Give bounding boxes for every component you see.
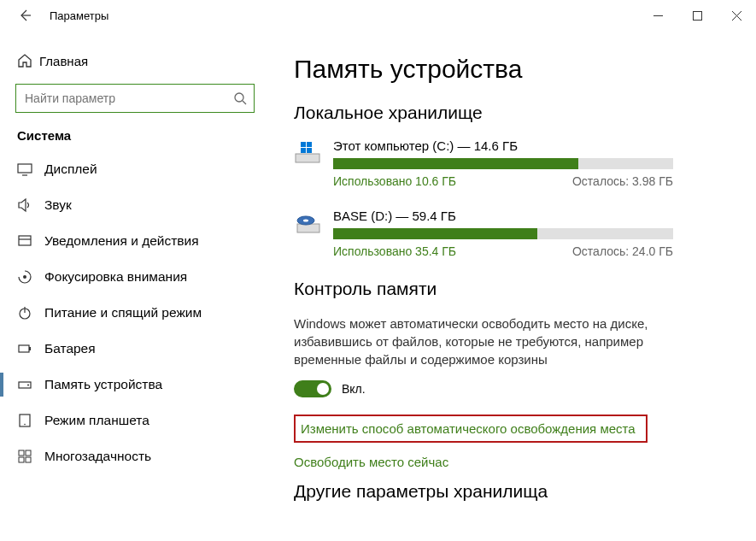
sidebar-item-label: Дисплей xyxy=(44,162,97,177)
sidebar-item-battery[interactable]: Батарея xyxy=(0,331,270,367)
svg-rect-16 xyxy=(296,154,319,162)
svg-rect-18 xyxy=(307,142,312,147)
sidebar-item-label: Фокусировка внимания xyxy=(44,269,187,285)
sidebar-item-label: Память устройства xyxy=(44,377,162,392)
maximize-button[interactable] xyxy=(677,3,717,28)
battery-icon xyxy=(17,341,44,356)
sidebar: Главная Система Дисплей Звук Уведомления… xyxy=(0,31,270,541)
sidebar-home-label: Главная xyxy=(39,54,88,68)
home-icon xyxy=(17,53,39,68)
drive-used-label: Использовано 10.6 ГБ xyxy=(333,174,456,188)
titlebar: Параметры xyxy=(0,0,756,31)
sidebar-item-multitask[interactable]: Многозадачность xyxy=(0,438,270,474)
link-change-auto-free[interactable]: Изменить способ автоматического освобожд… xyxy=(294,415,648,443)
svg-rect-14 xyxy=(19,457,24,462)
search-icon xyxy=(233,91,247,105)
sidebar-item-label: Питание и спящий режим xyxy=(44,305,202,320)
svg-rect-7 xyxy=(29,347,31,350)
svg-rect-19 xyxy=(301,148,306,153)
svg-rect-15 xyxy=(26,457,31,462)
svg-rect-6 xyxy=(19,345,29,352)
local-storage-heading: Локальное хранилище xyxy=(294,103,732,123)
drive-free-label: Осталось: 3.98 ГБ xyxy=(572,174,673,188)
svg-point-1 xyxy=(235,93,243,102)
sidebar-item-label: Режим планшета xyxy=(44,413,149,428)
svg-rect-2 xyxy=(18,164,32,173)
svg-rect-0 xyxy=(693,11,701,20)
svg-rect-20 xyxy=(307,148,312,153)
search-box[interactable] xyxy=(15,84,255,113)
link-free-now[interactable]: Освободить место сейчас xyxy=(294,455,732,469)
tablet-icon xyxy=(17,413,44,428)
storage-sense-description: Windows может автоматически освободить м… xyxy=(294,315,653,368)
drive-usage-bar xyxy=(333,228,673,239)
drive-name: BASE (D:) — 59.4 ГБ xyxy=(333,209,732,223)
drive-d[interactable]: BASE (D:) — 59.4 ГБ Использовано 35.4 ГБ… xyxy=(294,209,732,258)
sidebar-item-label: Звук xyxy=(44,197,72,213)
sidebar-section-heading: Система xyxy=(0,128,270,151)
other-storage-heading: Другие параметры хранилища xyxy=(294,481,732,502)
sound-icon xyxy=(17,197,44,213)
toggle-label: Вкл. xyxy=(342,382,366,396)
svg-rect-21 xyxy=(297,224,319,232)
sidebar-home[interactable]: Главная xyxy=(0,43,270,79)
drive-c[interactable]: Этот компьютер (C:) — 14.6 ГБ Использова… xyxy=(294,138,732,188)
drive-free-label: Осталось: 24.0 ГБ xyxy=(572,244,673,258)
drive-usage-bar xyxy=(333,158,673,169)
power-icon xyxy=(17,305,44,320)
minimize-button[interactable] xyxy=(638,3,677,28)
display-icon xyxy=(17,162,44,177)
focus-icon xyxy=(17,269,44,285)
multitask-icon xyxy=(17,449,44,464)
back-button[interactable] xyxy=(15,9,34,22)
drive-system-icon xyxy=(294,138,333,188)
sidebar-item-label: Батарея xyxy=(44,341,96,356)
sidebar-item-display[interactable]: Дисплей xyxy=(0,151,270,187)
sidebar-item-power[interactable]: Питание и спящий режим xyxy=(0,295,270,331)
storage-icon xyxy=(17,377,44,392)
storage-sense-heading: Контроль памяти xyxy=(294,279,732,299)
svg-point-4 xyxy=(23,275,26,279)
sidebar-item-tablet[interactable]: Режим планшета xyxy=(0,403,270,438)
svg-point-9 xyxy=(27,385,29,386)
drive-disk-icon xyxy=(294,209,333,258)
drive-name: Этот компьютер (C:) — 14.6 ГБ xyxy=(333,138,732,153)
drive-used-label: Использовано 35.4 ГБ xyxy=(333,244,456,258)
svg-point-23 xyxy=(303,220,308,222)
search-input[interactable] xyxy=(25,91,233,105)
sidebar-item-notifications[interactable]: Уведомления и действия xyxy=(0,223,270,259)
main-content: Память устройства Локальное хранилище Эт… xyxy=(270,31,756,541)
svg-rect-3 xyxy=(19,236,31,245)
sidebar-item-storage[interactable]: Память устройства xyxy=(0,367,270,403)
notifications-icon xyxy=(17,233,44,249)
sidebar-item-label: Многозадачность xyxy=(44,449,151,464)
storage-sense-toggle[interactable] xyxy=(294,380,331,397)
svg-rect-13 xyxy=(26,450,31,456)
window-title: Параметры xyxy=(50,9,108,22)
close-button[interactable] xyxy=(717,3,756,28)
sidebar-item-label: Уведомления и действия xyxy=(44,233,199,249)
page-title: Память устройства xyxy=(294,55,732,84)
svg-rect-17 xyxy=(301,142,306,147)
sidebar-item-focus[interactable]: Фокусировка внимания xyxy=(0,259,270,295)
svg-point-11 xyxy=(24,424,26,426)
sidebar-item-sound[interactable]: Звук xyxy=(0,187,270,223)
svg-rect-12 xyxy=(19,450,24,456)
